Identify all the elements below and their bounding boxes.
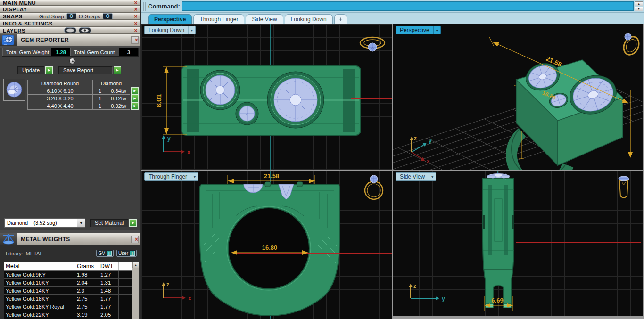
column-header-gem[interactable]: Diamond Round [28, 80, 93, 87]
library-value: METAL [26, 251, 43, 256]
material-select[interactable]: Diamond (3.52 spg) ▼ [4, 218, 85, 228]
o-snaps-toggle[interactable]: O [103, 13, 113, 19]
grid-snap-label: Grid Snap [39, 14, 64, 19]
chevron-down-icon[interactable]: ▼ [429, 173, 436, 180]
ring-model-side-view [483, 173, 514, 308]
panel-header-info-settings[interactable]: INFO & SETTINGS × [0, 20, 140, 27]
scroll-up-icon[interactable]: ▲ [132, 262, 139, 268]
gem-reporter-header[interactable]: GEM REPORTER × [0, 34, 140, 46]
viewport-canvas-through-finger[interactable]: 21.58 16.80 z x [141, 171, 392, 319]
metal-row[interactable]: Yellow Gold:18KY Royal2.751.77 [4, 303, 132, 311]
run-arrow-icon[interactable]: ▶ [129, 219, 137, 227]
viewport-label-through-finger[interactable]: Through Finger ▼ [144, 172, 198, 181]
add-view-tab-button[interactable]: + [334, 14, 347, 24]
metal-row[interactable]: Yellow Gold:18KY2.751.77 [4, 295, 132, 303]
metal-table-scrollbar[interactable]: ▲ [132, 262, 139, 319]
update-button[interactable]: Update ▶ [17, 66, 53, 74]
run-arrow-icon[interactable]: ▶ [45, 66, 53, 74]
select-gem-button[interactable]: ▶ [131, 95, 139, 102]
close-button[interactable]: × [131, 36, 139, 44]
svg-text:y: y [429, 138, 432, 144]
svg-text:x: x [188, 295, 191, 302]
ring-orientation-icon [619, 176, 629, 198]
axis-gizmo: z x [162, 281, 191, 302]
command-input[interactable] [182, 1, 634, 11]
command-history-spinner[interactable]: ▲ ▼ [635, 1, 643, 11]
metal-weights-table: Metal Grams DWT Yellow Gold:9KY1.981.27 … [4, 262, 132, 319]
viewport-canvas-side-view[interactable]: 6.69 z y [393, 171, 643, 316]
close-icon[interactable]: × [134, 21, 138, 26]
svg-text:y: y [442, 295, 445, 302]
chevron-down-icon[interactable]: ▼ [188, 26, 195, 34]
viewport-looking-down[interactable]: 8.01 y x [141, 24, 392, 170]
scroll-up-icon[interactable]: ▲ [635, 1, 643, 6]
panel-header-display[interactable]: DISPLAY × [0, 6, 140, 13]
chevron-down-icon[interactable]: ▼ [433, 26, 440, 34]
gv-library-toggle[interactable]: GV I [96, 250, 113, 257]
set-material-button[interactable]: Set Material ▶ [90, 219, 137, 227]
metal-row[interactable]: Yellow Gold:14KY2.31.48 [4, 287, 132, 295]
gem-table-row[interactable]: 3.20 X 3.20 1 0.12tw ▶ [28, 95, 139, 102]
panel-title: SNAPS [3, 14, 23, 19]
panel-title: LAYERS [3, 28, 25, 33]
viewport-label-side-view[interactable]: Side View ▼ [396, 172, 436, 181]
metal-weights-header[interactable]: METAL WEIGHTS × [0, 233, 140, 245]
run-arrow-icon[interactable]: ▶ [114, 66, 121, 74]
axis-gizmo: z y [409, 283, 445, 302]
gem-report-slider[interactable] [4, 58, 136, 64]
panel-title: INFO & SETTINGS [3, 21, 53, 26]
library-label: Library: [6, 251, 23, 256]
panel-title: MAIN MENU [3, 0, 36, 6]
grid-snap-toggle[interactable]: O [66, 13, 76, 19]
closed-eye-icon [66, 28, 75, 33]
select-gem-button[interactable]: ▶ [131, 87, 139, 95]
viewport-canvas-perspective[interactable]: 21.58 16.80 z [393, 24, 643, 170]
close-icon: × [135, 237, 138, 242]
close-icon[interactable]: × [134, 0, 138, 5]
indicator-icon: I [107, 251, 112, 256]
ring-model-top-view [182, 66, 361, 135]
panel-header-layers[interactable]: LAYERS × [0, 27, 140, 34]
close-icon[interactable]: × [134, 14, 138, 19]
viewport-side-view[interactable]: 6.69 z y [393, 171, 643, 316]
viewport-label-looking-down[interactable]: Looking Down ▼ [144, 26, 196, 34]
indicator-icon: I [130, 251, 135, 256]
layers-show-button[interactable] [79, 27, 91, 33]
tab-through-finger[interactable]: Through Finger [193, 14, 244, 24]
panel-header-main-menu[interactable]: MAIN MENU × [0, 0, 140, 6]
layers-hide-button[interactable] [64, 27, 76, 33]
viewport-through-finger[interactable]: 21.58 16.80 z x [141, 171, 392, 319]
close-icon[interactable]: × [134, 7, 138, 12]
chevron-down-icon[interactable]: ▼ [191, 173, 198, 180]
text-caret [184, 3, 184, 9]
metal-row[interactable]: Yellow Gold:22KY3.192.05 [4, 311, 132, 319]
gem-table-row[interactable]: 6.10 X 6.10 1 0.84tw ▶ [28, 87, 139, 95]
panel-header-snaps[interactable]: SNAPS Grid Snap O O-Snaps O × [0, 13, 140, 20]
svg-text:x: x [187, 149, 190, 155]
metal-row[interactable]: Yellow Gold:9KY1.981.27 [4, 271, 132, 279]
slider-handle[interactable] [69, 58, 75, 64]
viewport-grid: 8.01 y x [141, 24, 644, 319]
save-report-button[interactable]: Save Report ▶ [58, 66, 121, 74]
close-icon[interactable]: × [134, 28, 138, 33]
close-button[interactable]: × [131, 236, 139, 243]
metal-row[interactable]: Yellow Gold:10KY2.041.31 [4, 279, 132, 287]
panel-title: GEM REPORTER [21, 37, 69, 43]
viewport-canvas-looking-down[interactable]: 8.01 y x [141, 24, 392, 170]
viewport-perspective[interactable]: 21.58 16.80 z [393, 24, 643, 170]
column-header-type[interactable]: Diamond [93, 80, 130, 87]
tab-perspective[interactable]: Perspective [148, 14, 192, 24]
gem-small [236, 102, 258, 125]
tab-looking-down[interactable]: Looking Down [285, 14, 333, 24]
gem-large [267, 72, 324, 128]
gem-table-row[interactable]: 4.40 X 4.40 1 0.32tw ▶ [28, 102, 139, 110]
drag-grip-icon[interactable] [143, 2, 146, 11]
select-gem-button[interactable]: ▶ [131, 102, 139, 110]
user-library-toggle[interactable]: User I [116, 250, 137, 257]
svg-text:z: z [414, 135, 417, 142]
o-snaps-label: O-Snaps [79, 14, 100, 19]
tab-side-view[interactable]: Side View [246, 14, 283, 24]
scroll-down-icon[interactable]: ▼ [635, 7, 643, 11]
viewport-label-perspective[interactable]: Perspective ▼ [396, 26, 441, 34]
chevron-down-icon[interactable]: ▼ [77, 219, 85, 227]
